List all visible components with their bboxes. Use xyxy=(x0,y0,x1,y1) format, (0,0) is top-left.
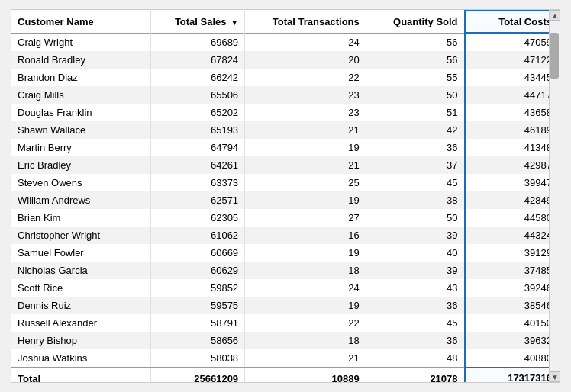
cell-sales: 58791 xyxy=(150,314,244,332)
table-row: Brandon Diaz66242225543445 xyxy=(11,69,559,86)
cell-transactions: 19 xyxy=(245,191,366,209)
cell-name: Eric Bradley xyxy=(11,156,150,174)
cell-transactions: 19 xyxy=(245,244,366,262)
cell-name: Steven Owens xyxy=(11,174,150,191)
cell-costs: 39246 xyxy=(465,279,559,297)
cell-name: Craig Mills xyxy=(11,86,150,104)
cell-costs: 37485 xyxy=(465,262,559,279)
cell-costs: 47059 xyxy=(465,33,559,51)
cell-transactions: 18 xyxy=(245,332,366,349)
col-header-sales[interactable]: Total Sales ▼ xyxy=(150,11,244,33)
cell-costs: 40880 xyxy=(465,349,559,368)
sort-arrow-icon: ▼ xyxy=(231,18,238,27)
cell-name: Russell Alexander xyxy=(11,314,150,332)
col-header-qty[interactable]: Quantity Sold xyxy=(366,11,464,33)
table-row: Henry Bishop58656183639632 xyxy=(11,332,559,349)
data-table: Customer Name Total Sales ▼ Total Transa… xyxy=(11,10,560,382)
cell-qty: 37 xyxy=(366,156,464,174)
cell-transactions: 21 xyxy=(245,349,366,368)
table-row: Craig Wright69689245647059 xyxy=(11,33,559,51)
table-row: Joshua Watkins58038214840880 xyxy=(11,349,559,368)
cell-qty: 43 xyxy=(366,279,464,297)
cell-transactions: 18 xyxy=(245,262,366,279)
cell-costs: 43658 xyxy=(465,104,559,121)
cell-sales: 64261 xyxy=(150,156,244,174)
cell-sales: 59575 xyxy=(150,297,244,314)
cell-qty: 50 xyxy=(366,86,464,104)
footer-label: Total xyxy=(11,368,150,382)
col-header-costs[interactable]: Total Costs xyxy=(465,11,559,33)
table-row: Douglas Franklin65202235143658 xyxy=(11,104,559,121)
cell-sales: 65193 xyxy=(150,121,244,139)
cell-qty: 55 xyxy=(366,69,464,86)
table-row: Eric Bradley64261213742987 xyxy=(11,156,559,174)
table-row: Russell Alexander58791224540150 xyxy=(11,314,559,332)
cell-qty: 45 xyxy=(366,314,464,332)
cell-qty: 51 xyxy=(366,104,464,121)
table-row: William Andrews62571193842849 xyxy=(11,191,559,209)
cell-transactions: 23 xyxy=(245,86,366,104)
cell-transactions: 24 xyxy=(245,33,366,51)
scrollbar-track: ▲ ▼ xyxy=(549,10,560,382)
cell-transactions: 19 xyxy=(245,297,366,314)
cell-costs: 39129 xyxy=(465,244,559,262)
footer-row: Total 25661209 10889 21078 17317316 xyxy=(11,368,559,382)
cell-transactions: 27 xyxy=(245,209,366,227)
cell-sales: 62305 xyxy=(150,209,244,227)
cell-transactions: 23 xyxy=(245,104,366,121)
cell-qty: 38 xyxy=(366,191,464,209)
cell-name: Ronald Bradley xyxy=(11,51,150,69)
cell-qty: 56 xyxy=(366,51,464,69)
table-row: Brian Kim62305275044580 xyxy=(11,209,559,227)
cell-qty: 36 xyxy=(366,297,464,314)
header-row: Customer Name Total Sales ▼ Total Transa… xyxy=(11,11,559,33)
cell-costs: 39632 xyxy=(465,332,559,349)
cell-transactions: 19 xyxy=(245,139,366,156)
cell-qty: 36 xyxy=(366,332,464,349)
scroll-down-button[interactable]: ▼ xyxy=(550,371,560,382)
cell-qty: 45 xyxy=(366,174,464,191)
footer-transactions: 10889 xyxy=(245,368,366,382)
cell-name: Samuel Fowler xyxy=(11,244,150,262)
table-row: Shawn Wallace65193214246189 xyxy=(11,121,559,139)
table-row: Nicholas Garcia60629183937485 xyxy=(11,262,559,279)
cell-transactions: 16 xyxy=(245,227,366,244)
cell-name: Brian Kim xyxy=(11,209,150,227)
cell-sales: 65506 xyxy=(150,86,244,104)
main-table-container: Customer Name Total Sales ▼ Total Transa… xyxy=(11,9,560,383)
table-row: Craig Mills65506235044717 xyxy=(11,86,559,104)
cell-qty: 50 xyxy=(366,209,464,227)
scroll-up-button[interactable]: ▲ xyxy=(550,10,560,21)
cell-costs: 46189 xyxy=(465,121,559,139)
scrollbar-thumb[interactable] xyxy=(550,33,559,79)
table-row: Martin Berry64794193641348 xyxy=(11,139,559,156)
cell-name: Dennis Ruiz xyxy=(11,297,150,314)
cell-name: Joshua Watkins xyxy=(11,349,150,368)
scroll-area: Customer Name Total Sales ▼ Total Transa… xyxy=(11,10,560,382)
cell-sales: 69689 xyxy=(150,33,244,51)
cell-name: Craig Wright xyxy=(11,33,150,51)
footer-costs: 17317316 xyxy=(465,368,559,382)
cell-sales: 63373 xyxy=(150,174,244,191)
cell-transactions: 21 xyxy=(245,156,366,174)
cell-costs: 42987 xyxy=(465,156,559,174)
cell-qty: 56 xyxy=(366,33,464,51)
cell-costs: 40150 xyxy=(465,314,559,332)
cell-qty: 36 xyxy=(366,139,464,156)
cell-name: Douglas Franklin xyxy=(11,104,150,121)
table-row: Ronald Bradley67824205647122 xyxy=(11,51,559,69)
table-row: Steven Owens63373254539947 xyxy=(11,174,559,191)
col-header-name[interactable]: Customer Name xyxy=(11,11,150,33)
footer-sales: 25661209 xyxy=(150,368,244,382)
col-header-transactions[interactable]: Total Transactions xyxy=(245,11,366,33)
cell-name: Christopher Wright xyxy=(11,227,150,244)
footer-qty: 21078 xyxy=(366,368,464,382)
cell-qty: 39 xyxy=(366,227,464,244)
cell-qty: 42 xyxy=(366,121,464,139)
cell-costs: 41348 xyxy=(465,139,559,156)
table-row: Christopher Wright61062163944324 xyxy=(11,227,559,244)
cell-costs: 44717 xyxy=(465,86,559,104)
cell-costs: 44580 xyxy=(465,209,559,227)
cell-sales: 58038 xyxy=(150,349,244,368)
cell-sales: 58656 xyxy=(150,332,244,349)
